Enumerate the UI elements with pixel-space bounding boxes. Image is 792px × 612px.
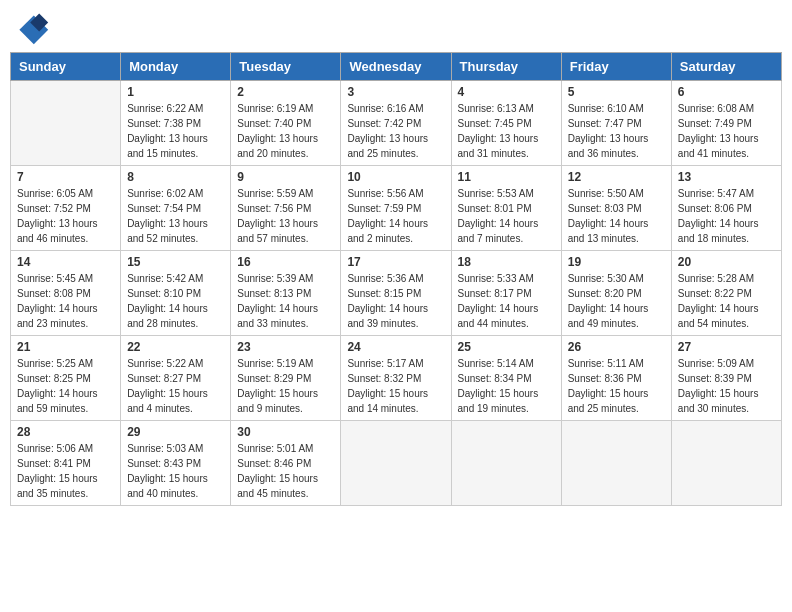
day-number: 2 <box>237 85 334 99</box>
calendar-cell: 6Sunrise: 6:08 AMSunset: 7:49 PMDaylight… <box>671 81 781 166</box>
day-info: Sunrise: 6:16 AMSunset: 7:42 PMDaylight:… <box>347 101 444 161</box>
day-number: 24 <box>347 340 444 354</box>
day-number: 10 <box>347 170 444 184</box>
day-info: Sunrise: 5:25 AMSunset: 8:25 PMDaylight:… <box>17 356 114 416</box>
day-info: Sunrise: 5:59 AMSunset: 7:56 PMDaylight:… <box>237 186 334 246</box>
day-number: 8 <box>127 170 224 184</box>
calendar-cell: 11Sunrise: 5:53 AMSunset: 8:01 PMDayligh… <box>451 166 561 251</box>
weekday-header-wednesday: Wednesday <box>341 53 451 81</box>
day-number: 23 <box>237 340 334 354</box>
day-info: Sunrise: 6:08 AMSunset: 7:49 PMDaylight:… <box>678 101 775 161</box>
calendar-cell <box>11 81 121 166</box>
calendar-cell: 4Sunrise: 6:13 AMSunset: 7:45 PMDaylight… <box>451 81 561 166</box>
day-info: Sunrise: 5:36 AMSunset: 8:15 PMDaylight:… <box>347 271 444 331</box>
calendar-cell: 27Sunrise: 5:09 AMSunset: 8:39 PMDayligh… <box>671 336 781 421</box>
day-info: Sunrise: 6:05 AMSunset: 7:52 PMDaylight:… <box>17 186 114 246</box>
day-number: 4 <box>458 85 555 99</box>
day-number: 22 <box>127 340 224 354</box>
calendar-week-5: 28Sunrise: 5:06 AMSunset: 8:41 PMDayligh… <box>11 421 782 506</box>
day-number: 6 <box>678 85 775 99</box>
logo <box>14 10 54 46</box>
day-info: Sunrise: 5:45 AMSunset: 8:08 PMDaylight:… <box>17 271 114 331</box>
calendar-cell: 18Sunrise: 5:33 AMSunset: 8:17 PMDayligh… <box>451 251 561 336</box>
day-info: Sunrise: 6:13 AMSunset: 7:45 PMDaylight:… <box>458 101 555 161</box>
day-number: 29 <box>127 425 224 439</box>
day-info: Sunrise: 5:56 AMSunset: 7:59 PMDaylight:… <box>347 186 444 246</box>
calendar-cell: 20Sunrise: 5:28 AMSunset: 8:22 PMDayligh… <box>671 251 781 336</box>
weekday-header-tuesday: Tuesday <box>231 53 341 81</box>
calendar-cell: 21Sunrise: 5:25 AMSunset: 8:25 PMDayligh… <box>11 336 121 421</box>
day-number: 21 <box>17 340 114 354</box>
day-number: 3 <box>347 85 444 99</box>
weekday-header-saturday: Saturday <box>671 53 781 81</box>
day-info: Sunrise: 5:06 AMSunset: 8:41 PMDaylight:… <box>17 441 114 501</box>
weekday-header-sunday: Sunday <box>11 53 121 81</box>
calendar-table: SundayMondayTuesdayWednesdayThursdayFrid… <box>10 52 782 506</box>
day-number: 19 <box>568 255 665 269</box>
calendar-cell <box>671 421 781 506</box>
day-info: Sunrise: 5:42 AMSunset: 8:10 PMDaylight:… <box>127 271 224 331</box>
calendar-cell: 17Sunrise: 5:36 AMSunset: 8:15 PMDayligh… <box>341 251 451 336</box>
day-number: 11 <box>458 170 555 184</box>
weekday-header-friday: Friday <box>561 53 671 81</box>
calendar-cell: 28Sunrise: 5:06 AMSunset: 8:41 PMDayligh… <box>11 421 121 506</box>
weekday-header-monday: Monday <box>121 53 231 81</box>
calendar-cell: 26Sunrise: 5:11 AMSunset: 8:36 PMDayligh… <box>561 336 671 421</box>
day-number: 26 <box>568 340 665 354</box>
calendar-cell <box>561 421 671 506</box>
calendar-week-3: 14Sunrise: 5:45 AMSunset: 8:08 PMDayligh… <box>11 251 782 336</box>
calendar-cell: 22Sunrise: 5:22 AMSunset: 8:27 PMDayligh… <box>121 336 231 421</box>
day-number: 9 <box>237 170 334 184</box>
day-number: 17 <box>347 255 444 269</box>
calendar-cell <box>451 421 561 506</box>
day-number: 15 <box>127 255 224 269</box>
calendar-cell <box>341 421 451 506</box>
calendar-cell: 2Sunrise: 6:19 AMSunset: 7:40 PMDaylight… <box>231 81 341 166</box>
calendar-cell: 16Sunrise: 5:39 AMSunset: 8:13 PMDayligh… <box>231 251 341 336</box>
calendar-cell: 23Sunrise: 5:19 AMSunset: 8:29 PMDayligh… <box>231 336 341 421</box>
day-number: 1 <box>127 85 224 99</box>
day-info: Sunrise: 6:19 AMSunset: 7:40 PMDaylight:… <box>237 101 334 161</box>
day-number: 20 <box>678 255 775 269</box>
calendar-week-1: 1Sunrise: 6:22 AMSunset: 7:38 PMDaylight… <box>11 81 782 166</box>
weekday-header-row: SundayMondayTuesdayWednesdayThursdayFrid… <box>11 53 782 81</box>
day-number: 30 <box>237 425 334 439</box>
day-info: Sunrise: 5:30 AMSunset: 8:20 PMDaylight:… <box>568 271 665 331</box>
calendar-cell: 25Sunrise: 5:14 AMSunset: 8:34 PMDayligh… <box>451 336 561 421</box>
page-header <box>10 10 782 46</box>
calendar-cell: 7Sunrise: 6:05 AMSunset: 7:52 PMDaylight… <box>11 166 121 251</box>
day-info: Sunrise: 5:53 AMSunset: 8:01 PMDaylight:… <box>458 186 555 246</box>
calendar-cell: 15Sunrise: 5:42 AMSunset: 8:10 PMDayligh… <box>121 251 231 336</box>
calendar-cell: 13Sunrise: 5:47 AMSunset: 8:06 PMDayligh… <box>671 166 781 251</box>
day-info: Sunrise: 6:22 AMSunset: 7:38 PMDaylight:… <box>127 101 224 161</box>
day-info: Sunrise: 5:39 AMSunset: 8:13 PMDaylight:… <box>237 271 334 331</box>
calendar-cell: 30Sunrise: 5:01 AMSunset: 8:46 PMDayligh… <box>231 421 341 506</box>
day-info: Sunrise: 5:09 AMSunset: 8:39 PMDaylight:… <box>678 356 775 416</box>
calendar-cell: 9Sunrise: 5:59 AMSunset: 7:56 PMDaylight… <box>231 166 341 251</box>
calendar-cell: 8Sunrise: 6:02 AMSunset: 7:54 PMDaylight… <box>121 166 231 251</box>
day-info: Sunrise: 5:28 AMSunset: 8:22 PMDaylight:… <box>678 271 775 331</box>
day-info: Sunrise: 5:14 AMSunset: 8:34 PMDaylight:… <box>458 356 555 416</box>
calendar-cell: 3Sunrise: 6:16 AMSunset: 7:42 PMDaylight… <box>341 81 451 166</box>
day-info: Sunrise: 5:17 AMSunset: 8:32 PMDaylight:… <box>347 356 444 416</box>
day-number: 14 <box>17 255 114 269</box>
day-number: 25 <box>458 340 555 354</box>
day-number: 5 <box>568 85 665 99</box>
weekday-header-thursday: Thursday <box>451 53 561 81</box>
day-info: Sunrise: 6:10 AMSunset: 7:47 PMDaylight:… <box>568 101 665 161</box>
calendar-cell: 12Sunrise: 5:50 AMSunset: 8:03 PMDayligh… <box>561 166 671 251</box>
calendar-cell: 10Sunrise: 5:56 AMSunset: 7:59 PMDayligh… <box>341 166 451 251</box>
logo-icon <box>14 10 50 46</box>
day-info: Sunrise: 5:47 AMSunset: 8:06 PMDaylight:… <box>678 186 775 246</box>
calendar-week-4: 21Sunrise: 5:25 AMSunset: 8:25 PMDayligh… <box>11 336 782 421</box>
calendar-week-2: 7Sunrise: 6:05 AMSunset: 7:52 PMDaylight… <box>11 166 782 251</box>
day-info: Sunrise: 5:03 AMSunset: 8:43 PMDaylight:… <box>127 441 224 501</box>
day-info: Sunrise: 5:01 AMSunset: 8:46 PMDaylight:… <box>237 441 334 501</box>
day-number: 27 <box>678 340 775 354</box>
day-info: Sunrise: 5:19 AMSunset: 8:29 PMDaylight:… <box>237 356 334 416</box>
day-number: 12 <box>568 170 665 184</box>
day-info: Sunrise: 5:33 AMSunset: 8:17 PMDaylight:… <box>458 271 555 331</box>
calendar-cell: 14Sunrise: 5:45 AMSunset: 8:08 PMDayligh… <box>11 251 121 336</box>
day-info: Sunrise: 5:11 AMSunset: 8:36 PMDaylight:… <box>568 356 665 416</box>
calendar-cell: 5Sunrise: 6:10 AMSunset: 7:47 PMDaylight… <box>561 81 671 166</box>
